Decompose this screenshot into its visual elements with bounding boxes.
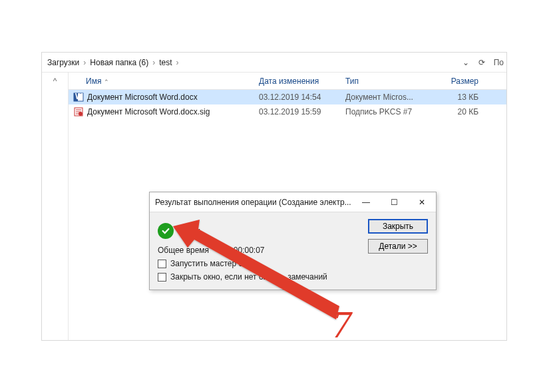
file-date: 03.12.2019 14:54 <box>259 93 345 102</box>
details-button[interactable]: Детали >> <box>368 239 428 254</box>
column-headers[interactable]: Имя⌃ Дата изменения Тип Размер <box>69 73 506 90</box>
file-icon <box>73 106 85 118</box>
dialog-title: Результат выполнения операции (Создание … <box>150 198 352 207</box>
file-row[interactable]: WДокумент Microsoft Word.docx03.12.2019 … <box>69 90 506 104</box>
success-icon <box>158 223 174 239</box>
dialog-titlebar[interactable]: Результат выполнения операции (Создание … <box>150 192 436 212</box>
checkbox-icon <box>158 273 166 282</box>
crumb-2[interactable]: test <box>156 58 174 67</box>
chevron-right-icon: › <box>82 58 87 67</box>
relaunch-wizard-checkbox[interactable]: Запустить мастер сн <box>158 259 428 268</box>
dropdown-icon[interactable]: ⌄ <box>458 55 474 71</box>
file-name: Документ Microsoft Word.docx <box>87 93 259 102</box>
col-type[interactable]: Тип <box>345 77 432 86</box>
minimize-button[interactable]: — <box>352 192 380 212</box>
annotation-number: 7 <box>333 303 351 346</box>
file-type: Документ Micros... <box>345 93 432 102</box>
breadcrumb[interactable]: Загрузки › Новая папка (6) › test › ⌄ ⟳ … <box>42 53 506 73</box>
sort-icon: ⌃ <box>104 79 109 85</box>
close-icon[interactable]: ✕ <box>408 192 436 212</box>
svg-point-4 <box>79 112 83 116</box>
col-name[interactable]: Имя⌃ <box>86 77 259 86</box>
nav-pane[interactable]: ^ <box>42 73 69 340</box>
chevron-right-icon: › <box>151 58 156 67</box>
file-date: 03.12.2019 15:59 <box>259 107 345 116</box>
status-text: Успех <box>179 226 200 236</box>
result-dialog: Результат выполнения операции (Создание … <box>149 192 437 290</box>
file-row[interactable]: Документ Microsoft Word.docx.sig03.12.20… <box>69 104 506 119</box>
chevron-right-icon: › <box>175 58 180 67</box>
file-type: Подпись PKCS #7 <box>345 107 432 116</box>
autoclose-checkbox[interactable]: Закрыть окно, если нет ошиб замечаний <box>158 272 428 282</box>
checkbox-icon <box>158 260 166 268</box>
col-date[interactable]: Дата изменения <box>259 77 345 86</box>
file-icon: W <box>73 91 85 103</box>
file-name: Документ Microsoft Word.docx.sig <box>87 107 259 116</box>
file-size: 13 КБ <box>432 93 485 102</box>
search-field-label[interactable]: По <box>490 58 504 67</box>
crumb-0[interactable]: Загрузки <box>45 58 82 67</box>
col-size[interactable]: Размер <box>432 77 485 86</box>
file-size: 20 КБ <box>432 107 485 116</box>
svg-text:W: W <box>75 92 83 101</box>
refresh-icon[interactable]: ⟳ <box>474 55 490 71</box>
close-button[interactable]: Закрыть <box>368 219 428 234</box>
maximize-button[interactable]: ☐ <box>380 192 408 212</box>
crumb-1[interactable]: Новая папка (6) <box>87 58 151 67</box>
